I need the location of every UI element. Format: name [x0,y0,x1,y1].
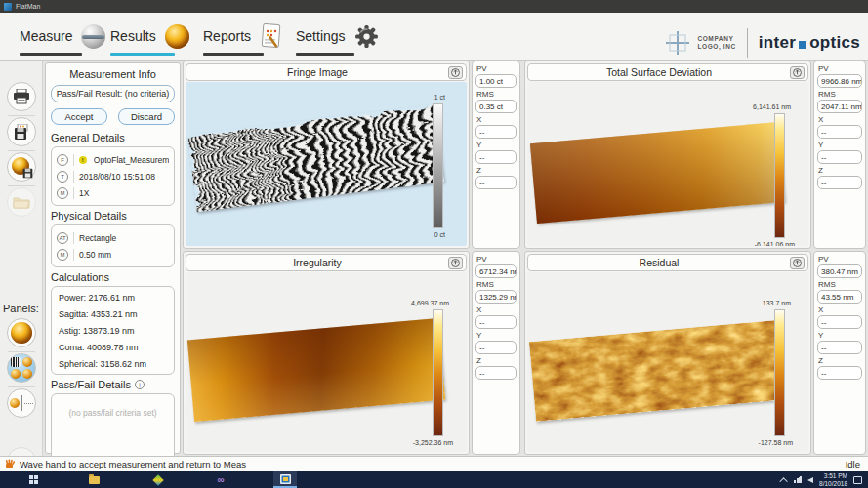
volume-icon[interactable] [807,477,813,483]
divider [8,150,35,151]
x-value[interactable]: -- [817,125,862,139]
taskbar-clock[interactable]: 3:51 PM 8/10/2018 [819,472,847,488]
tray-chevron-icon[interactable] [779,477,787,485]
physical-details-label: Physical Details [51,210,175,222]
panel-single-icon [11,322,32,344]
pv-value[interactable]: 6712.34 nm [475,264,517,278]
action-center-icon[interactable] [853,476,862,484]
y-value[interactable]: -- [817,341,862,354]
rms-value[interactable]: 2047.11 nm [817,100,862,113]
panel-quad-icon [11,357,32,379]
y-value[interactable]: -- [817,150,862,164]
export-image-button[interactable] [790,66,805,79]
magnification-badge: M [57,187,68,199]
export-image-icon [451,259,460,267]
visual-studio-button[interactable]: ∞ [209,471,232,488]
flatman-taskbar-button[interactable] [273,471,297,488]
tsd-panel-header: Total Surface Deviation [527,63,808,81]
physical-details-box: AT Rectangle M 0.50 mm [51,224,175,267]
irregularity-panel-title: Irregularity [186,257,448,268]
z-value[interactable]: -- [817,176,862,189]
export-image-button[interactable] [448,257,463,269]
aperture-badge: AT [57,232,68,244]
z-value[interactable]: -- [475,176,517,189]
pv-label: PV [476,64,517,73]
y-value[interactable]: -- [475,341,517,354]
divider [73,154,74,166]
tab-settings-label: Settings [296,28,346,44]
rms-value[interactable]: 43.55 nm [817,290,862,304]
tab-reports[interactable]: Reports [203,21,281,56]
status-message: Wave hand to accept measurement and retu… [20,459,846,469]
tsd-plot-area[interactable]: 6,141.61 nm -6,141.06 nm [527,82,808,246]
print-icon [13,89,30,104]
tab-results[interactable]: Results [110,21,189,56]
rms-label: RMS [818,280,862,289]
windows-logo-icon [29,475,38,484]
irregularity-panel: Irregularity 4,699.37 nm -3,252.36 nm [183,251,470,455]
magnification-value: 1X [79,188,89,198]
window-title: FlatMan [16,3,40,10]
aperture-value: Rectangle [79,233,116,243]
residual-colorbar-min: -127.58 nm [759,439,793,446]
irregularity-plot-area[interactable]: 4,699.37 nm -3,252.36 nm [186,272,467,452]
x-value[interactable]: -- [817,315,862,329]
export-image-button[interactable] [790,257,805,269]
info-icon[interactable]: i [135,380,145,389]
panel-profile-button[interactable] [7,388,36,418]
x-label: X [476,115,517,124]
warning-icon: ! [79,156,87,164]
z-value[interactable]: -- [817,366,862,380]
export-image-icon [793,68,802,77]
export-image-button[interactable] [448,66,463,79]
rms-value[interactable]: 0.35 ct [475,100,517,113]
pv-value[interactable]: 1.00 ct [475,74,517,88]
panel-quad-button[interactable] [7,353,36,383]
scale-badge: M [57,249,68,261]
file-badge: F [57,154,68,166]
header: Measure Results Reports Settings [0,13,868,61]
file-explorer-button[interactable] [82,471,105,488]
calc-row-coma: Coma: 40089.78 nm [58,339,168,355]
x-value[interactable]: -- [475,125,517,139]
pv-value[interactable]: 9966.86 nm [817,74,862,88]
open-measurement-button[interactable] [7,187,36,217]
fringe-values-panel: PV 1.00 ct RMS 0.35 ct X -- Y -- Z -- [472,61,520,249]
divider [8,386,35,387]
irregularity-colorbar [433,309,443,436]
visual-studio-icon: ∞ [216,475,226,485]
measurement-info-title: Measurement Info [51,68,175,80]
y-value[interactable]: -- [475,150,517,164]
y-label: Y [818,141,862,149]
save-measurement-button[interactable] [7,152,36,182]
discard-button[interactable]: Discard [118,108,175,125]
save-report-button[interactable] [7,117,36,146]
irregularity-values-panel: PV 6712.34 nm RMS 1325.29 nm X -- Y -- Z… [472,251,520,455]
window-titlebar: FlatMan [0,0,868,13]
brand-wordmark: interoptics [759,33,860,53]
residual-panel-header: Residual [527,254,808,271]
file-name-value: OptoFlat_Measurement... [94,155,169,165]
tab-settings[interactable]: Settings [296,21,379,56]
pv-value[interactable]: 380.47 nm [817,264,862,278]
panel-single-button[interactable] [7,318,36,347]
status-bar: Wave hand to accept measurement and retu… [0,456,868,471]
pinned-app-button[interactable] [146,471,170,488]
z-value[interactable]: -- [475,366,517,380]
rms-value[interactable]: 1325.29 nm [475,290,517,304]
accept-button[interactable]: Accept [51,108,107,125]
y-label: Y [818,331,862,340]
detail-row-scale: M 0.50 mm [57,246,169,263]
panel-profile-icon [10,395,33,411]
z-label: Z [818,166,862,175]
pv-label: PV [818,64,862,73]
print-button[interactable] [7,82,36,111]
calculations-label: Calculations [51,271,175,283]
x-value[interactable]: -- [475,315,517,329]
tab-measure[interactable]: Measure [20,21,105,56]
detail-row-magnification: M 1X [57,184,169,201]
start-button[interactable] [21,471,45,488]
fringe-plot-area[interactable]: 1 ct 0 ct [186,82,467,246]
residual-plot-area[interactable]: 133.7 nm -127.58 nm [527,272,808,452]
total-surface-deviation-panel: Total Surface Deviation 6,141.61 nm -6,1… [524,61,811,249]
